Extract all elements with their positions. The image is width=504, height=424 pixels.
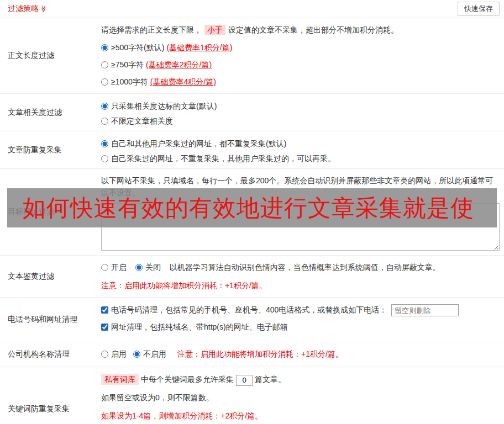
- radio-1000-chars[interactable]: [101, 78, 108, 86]
- keyword-dedup-label: 关键词防重复采集: [0, 367, 101, 424]
- porn-filter-options-line: 开启 关闭 以机器学习算法自动识别色情内容，当色情概率达到系统阈值，自动屏蔽文章…: [101, 261, 500, 273]
- url-clean-checkbox[interactable]: [101, 324, 108, 331]
- row-dedup-filter: 文章防重复采集 自己和其他用户采集过的网址，都不重复采集(默认) 自己采集过的网…: [0, 131, 504, 169]
- keyword-dedup-content: 私有词库中每个关键词最多允许采集篇文章。 如果留空或设为0，则不限篇数。 如果设…: [101, 367, 504, 424]
- radio-dedup-self-only-label: 自己采集过的网址，不重复采集，其他用户采集过的，可以再采。: [111, 154, 335, 163]
- row-company-clean: 公司机构名称清理 启用 不启用 注意：启用此功能将增加积分消耗：+1积分/篇。: [0, 342, 504, 367]
- porn-filter-label: 文本鉴黄过滤: [0, 256, 101, 297]
- body-length-desc-after: 设定值的文章不采集，超出部分不增加积分消耗。: [228, 25, 398, 34]
- keyword-limit-text-mid: 中每个关键词最多允许采集: [141, 375, 234, 384]
- phone-clean-checkbox-label[interactable]: 电话号码清理，包括常见的手机号、座机号、400电话格式，或替换成如下电话：: [101, 305, 389, 314]
- radio-porn-off-label: 关闭: [145, 263, 161, 272]
- radio-1000-chars-fee-note: (基础费率4积分/篇): [150, 77, 216, 86]
- radio-relevance-only-label: 只采集相关度达标的文章(默认): [111, 102, 217, 110]
- radio-dedup-all-users-label: 自己和其他用户采集过的网址，都不重复采集(默认): [111, 139, 286, 148]
- radio-porn-off[interactable]: [135, 264, 143, 271]
- radio-company-off[interactable]: [133, 351, 140, 358]
- row-relevance-filter: 文章相关度过滤 只采集相关度达标的文章(默认) 不限定文章相关度: [0, 94, 504, 131]
- phone-clean-checkbox[interactable]: [101, 306, 108, 314]
- company-clean-cost-note: 注意：启用此功能将增加积分消耗：+1积分/篇。: [177, 349, 343, 359]
- filter-strategy-page: 过滤策略≫ 快速保存 正文长度过滤 请选择需求的正文长度下限，小于设定值的文章不…: [0, 0, 504, 424]
- private-lexicon-link[interactable]: 私有词库: [101, 374, 139, 385]
- radio-option-porn-off[interactable]: 关闭: [135, 263, 163, 272]
- page-title-group: 过滤策略≫: [8, 4, 48, 14]
- porn-filter-desc: 以机器学习算法自动识别色情内容，当色情概率达到系统阈值，自动屏蔽文章。: [170, 263, 440, 272]
- radio-relevance-any[interactable]: [101, 118, 108, 125]
- radio-porn-on-label: 开启: [111, 263, 127, 272]
- radio-500-chars-label: ≥500字符(默认): [111, 43, 164, 52]
- url-clean-checkbox-label[interactable]: 网址清理，包括纯域名、带http(s)的网址、电子邮箱: [101, 322, 288, 331]
- radio-dedup-self-only[interactable]: [101, 155, 108, 162]
- body-length-filter-label: 正文长度过滤: [0, 18, 101, 93]
- dedup-filter-label: 文章防重复采集: [0, 131, 101, 168]
- phone-clean-text: 电话号码清理，包括常见的手机号、座机号、400电话格式，或替换成如下电话：: [111, 305, 387, 314]
- url-clean-line: 网址清理，包括纯域名、带http(s)的网址、电子邮箱: [101, 320, 500, 333]
- promo-overlay-text: 如何快速有效的有效地进行文章采集就是使: [23, 193, 474, 224]
- body-length-filter-content: 请选择需求的正文长度下限，小于设定值的文章不采集，超出部分不增加积分消耗。 ≥5…: [101, 18, 504, 93]
- radio-option-750-chars[interactable]: ≥750字符(基础费率2积分/篇): [101, 59, 500, 70]
- phone-url-clean-label: 电话号码和网址清理: [0, 298, 101, 342]
- radio-company-off-label: 不启用: [143, 349, 166, 358]
- phone-url-clean-content: 电话号码清理，包括常见的手机号、座机号、400电话格式，或替换成如下电话： 网址…: [101, 298, 504, 342]
- page-header: 过滤策略≫ 快速保存: [0, 0, 504, 18]
- radio-option-company-on[interactable]: 启用: [101, 349, 127, 359]
- porn-filter-content: 开启 关闭 以机器学习算法自动识别色情内容，当色情概率达到系统阈值，自动屏蔽文章…: [101, 256, 504, 297]
- radio-500-chars-fee-note: (基础费率1积分/篇): [166, 43, 232, 52]
- quick-save-button[interactable]: 快速保存: [458, 2, 500, 16]
- body-length-desc: 请选择需求的正文长度下限，小于设定值的文章不采集，超出部分不增加积分消耗。: [101, 24, 500, 36]
- radio-company-on[interactable]: [101, 351, 108, 358]
- radio-dedup-all-users[interactable]: [101, 140, 108, 147]
- keyword-limit-line: 私有词库中每个关键词最多允许采集篇文章。: [101, 373, 500, 386]
- radio-1000-chars-label: ≥1000字符: [111, 77, 148, 86]
- radio-relevance-any-label: 不限定文章相关度: [111, 116, 173, 125]
- url-clean-text: 网址清理，包括纯域名、带http(s)的网址、电子邮箱: [111, 322, 288, 331]
- row-porn-filter: 文本鉴黄过滤 开启 关闭 以机器学习算法自动识别色情内容，当色情概率达到系统阈值…: [0, 256, 504, 298]
- radio-option-relevance-any[interactable]: 不限定文章相关度: [101, 115, 500, 126]
- body-length-desc-before: 请选择需求的正文长度下限，: [101, 25, 202, 34]
- radio-750-chars-fee-note: (基础费率2积分/篇): [146, 60, 212, 69]
- row-body-length-filter: 正文长度过滤 请选择需求的正文长度下限，小于设定值的文章不采集，超出部分不增加积…: [0, 18, 504, 94]
- keyword-rule-zero: 如果留空或设为0，则不限篇数。: [101, 391, 500, 404]
- radio-option-relevance-only[interactable]: 只采集相关度达标的文章(默认): [101, 100, 500, 112]
- radio-company-on-label: 启用: [111, 349, 127, 358]
- keyword-rule-1-4: 如果设为1-4篇，则增加积分消耗：+2积分/篇。: [101, 409, 500, 422]
- radio-option-company-off[interactable]: 不启用: [133, 349, 166, 359]
- radio-option-dedup-self-only[interactable]: 自己采集过的网址，不重复采集，其他用户采集过的，可以再采。: [101, 153, 500, 164]
- radio-option-1000-chars[interactable]: ≥1000字符(基础费率4积分/篇): [101, 76, 500, 87]
- dedup-filter-content: 自己和其他用户采集过的网址，都不重复采集(默认) 自己采集过的网址，不重复采集，…: [101, 131, 504, 168]
- keyword-limit-count-input[interactable]: [236, 375, 253, 386]
- company-clean-content: 启用 不启用 注意：启用此功能将增加积分消耗：+1积分/篇。: [101, 342, 504, 367]
- promo-overlay-banner: 如何快速有效的有效地进行文章采集就是使: [7, 188, 497, 227]
- relevance-filter-label: 文章相关度过滤: [0, 94, 101, 131]
- phone-clean-line: 电话号码清理，包括常见的手机号、座机号、400电话格式，或替换成如下电话：: [101, 303, 500, 316]
- porn-filter-cost-note: 注意：启用此功能将增加积分消耗：+1积分/篇。: [101, 279, 500, 292]
- radio-750-chars[interactable]: [101, 61, 108, 68]
- relevance-filter-content: 只采集相关度达标的文章(默认) 不限定文章相关度: [101, 94, 504, 131]
- radio-porn-on[interactable]: [101, 264, 108, 271]
- radio-option-dedup-all-users[interactable]: 自己和其他用户采集过的网址，都不重复采集(默认): [101, 138, 500, 149]
- radio-option-500-chars[interactable]: ≥500字符(默认)(基础费率1积分/篇): [101, 42, 500, 53]
- radio-750-chars-label: ≥750字符: [111, 60, 144, 69]
- row-keyword-dedup: 关键词防重复采集 私有词库中每个关键词最多允许采集篇文章。 如果留空或设为0，则…: [0, 367, 504, 424]
- page-title: 过滤策略: [8, 4, 39, 13]
- collapse-chevron-icon[interactable]: ≫: [40, 6, 48, 13]
- row-phone-url-clean: 电话号码和网址清理 电话号码清理，包括常见的手机号、座机号、400电话格式，或替…: [0, 298, 504, 342]
- less-than-highlight: 小于: [204, 25, 225, 35]
- keyword-limit-text-end: 篇文章。: [255, 375, 286, 384]
- radio-relevance-only[interactable]: [101, 103, 108, 110]
- company-clean-label: 公司机构名称清理: [0, 342, 101, 367]
- radio-option-porn-on[interactable]: 开启: [101, 263, 129, 272]
- radio-500-chars[interactable]: [101, 44, 108, 51]
- replacement-phone-input[interactable]: [391, 304, 459, 316]
